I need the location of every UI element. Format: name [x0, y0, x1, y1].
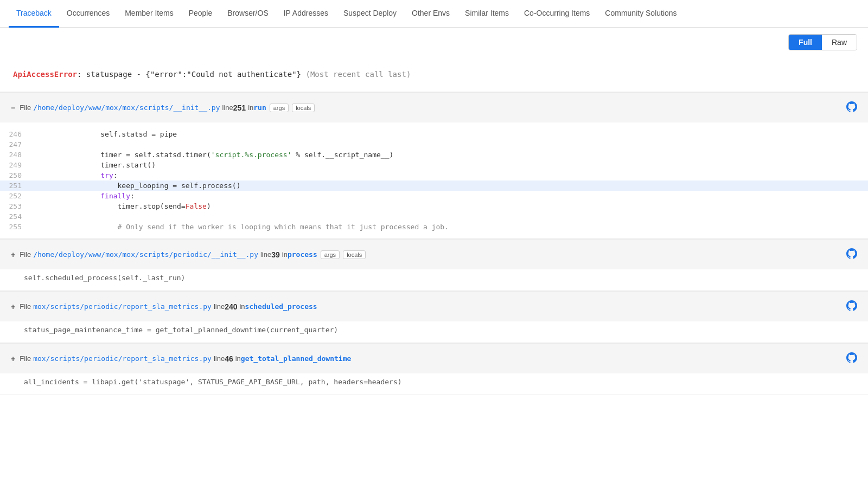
frame-github-icon-0[interactable] — [846, 101, 857, 114]
line-number-248: 248 — [0, 151, 33, 159]
frame-in-text-3: in — [235, 354, 241, 363]
line-number-249: 249 — [0, 161, 33, 169]
frame-snippet-2: status_page_maintenance_time = get_total… — [0, 321, 868, 343]
code-line-250: 250 try: — [0, 170, 868, 180]
nav-tab-occurrences[interactable]: Occurrences — [59, 0, 117, 28]
frame-func-2: scheduled_process — [245, 302, 317, 311]
code-block-0: 246 self.statsd = pipe247248 timer = sel… — [0, 122, 868, 238]
frame-line-info-2: line — [214, 302, 225, 311]
code-line-253: 253 timer.stop(send=False) — [0, 201, 868, 211]
nav-tab-member-items[interactable]: Member Items — [117, 0, 181, 28]
nav-tab-browser-os[interactable]: Browser/OS — [220, 0, 276, 28]
line-content-255: # Only send if the worker is looping whi… — [33, 223, 449, 231]
frame-header-1[interactable]: +File /home/deploy/www/mox/mox/scripts/p… — [0, 240, 868, 269]
frame-func-3: get_total_planned_downtime — [241, 354, 352, 363]
frame-file-prefix-0: File — [20, 104, 31, 112]
frame-3: +File mox/scripts/periodic/report_sla_me… — [0, 343, 868, 395]
frame-toggle-3[interactable]: + — [11, 354, 15, 363]
frame-line-info-0: line — [222, 104, 233, 112]
nav-tab-co-occurring-items[interactable]: Co-Occurring Items — [516, 0, 597, 28]
frame-line-num-1: 39 — [271, 250, 280, 259]
frame-line-num-0: 251 — [233, 104, 246, 112]
line-content-246: self.statsd = pipe — [33, 130, 177, 138]
frame-file-link-1[interactable]: /home/deploy/www/mox/mox/scripts/periodi… — [33, 250, 258, 259]
nav-tab-similar-items[interactable]: Similar Items — [457, 0, 516, 28]
frame-github-icon-3[interactable] — [846, 352, 857, 365]
frame-badge-locals-1[interactable]: locals — [343, 250, 366, 259]
line-content-251: keep_looping = self.process() — [33, 182, 241, 190]
frame-file-prefix-3: File — [20, 354, 31, 363]
frame-in-text-2: in — [239, 302, 245, 311]
frame-toggle-1[interactable]: + — [11, 250, 15, 259]
frame-file-link-2[interactable]: mox/scripts/periodic/report_sla_metrics.… — [33, 302, 212, 311]
frame-toggle-2[interactable]: + — [11, 302, 15, 311]
code-line-246: 246 self.statsd = pipe — [0, 129, 868, 139]
frame-header-2[interactable]: +File mox/scripts/periodic/report_sla_me… — [0, 292, 868, 321]
nav-tab-people[interactable]: People — [181, 0, 220, 28]
line-number-246: 246 — [0, 130, 33, 138]
line-number-247: 247 — [0, 140, 33, 149]
code-line-247: 247 — [0, 139, 868, 150]
line-content-248: timer = self.statsd.timer('script.%s.pro… — [33, 151, 393, 159]
frame-header-3[interactable]: +File mox/scripts/periodic/report_sla_me… — [0, 344, 868, 373]
frame-toggle-0[interactable]: − — [11, 104, 15, 112]
frame-file-link-0[interactable]: /home/deploy/www/mox/mox/scripts/__init_… — [33, 104, 220, 112]
line-content-252: finally: — [33, 192, 135, 200]
line-number-253: 253 — [0, 202, 33, 210]
frame-file-prefix-2: File — [20, 302, 31, 311]
error-separator: : statuspage - {"error":"Could not authe… — [77, 70, 301, 79]
nav-tab-community-solutions[interactable]: Community Solutions — [597, 0, 684, 28]
frame-func-0: run — [253, 104, 266, 112]
code-line-249: 249 timer.start() — [0, 160, 868, 170]
nav-tab-traceback[interactable]: Traceback — [9, 0, 59, 28]
frame-line-num-2: 240 — [225, 302, 237, 311]
frame-1: +File /home/deploy/www/mox/mox/scripts/p… — [0, 239, 868, 291]
error-type: ApiAccessError — [13, 70, 77, 79]
frame-badge-args-0[interactable]: args — [270, 104, 289, 112]
full-button[interactable]: Full — [789, 35, 822, 50]
frame-in-text-0: in — [248, 104, 253, 112]
code-line-251: 251 keep_looping = self.process() — [0, 180, 868, 191]
nav-tab-suspect-deploy[interactable]: Suspect Deploy — [336, 0, 404, 28]
frame-github-icon-2[interactable] — [846, 300, 857, 313]
line-content-250: try: — [33, 171, 118, 179]
nav-tabs: TracebackOccurrencesMember ItemsPeopleBr… — [0, 0, 868, 28]
code-line-255: 255 # Only send if the worker is looping… — [0, 222, 868, 232]
frame-snippet-1: self.scheduled_process(self._last_run) — [0, 269, 868, 291]
line-number-255: 255 — [0, 223, 33, 231]
code-line-252: 252 finally: — [0, 191, 868, 201]
line-content-249: timer.start() — [33, 161, 156, 169]
line-number-254: 254 — [0, 212, 33, 221]
frame-0: −File /home/deploy/www/mox/mox/scripts/_… — [0, 92, 868, 238]
error-hint: (Most recent call last) — [305, 70, 411, 79]
frame-badge-locals-0[interactable]: locals — [292, 104, 315, 112]
code-line-254: 254 — [0, 211, 868, 222]
frame-line-info-3: line — [214, 354, 225, 363]
code-line-248: 248 timer = self.statsd.timer('script.%s… — [0, 150, 868, 160]
line-number-250: 250 — [0, 171, 33, 179]
line-number-252: 252 — [0, 192, 33, 200]
frames-container: −File /home/deploy/www/mox/mox/scripts/_… — [0, 92, 868, 395]
frame-2: +File mox/scripts/periodic/report_sla_me… — [0, 291, 868, 343]
frame-file-prefix-1: File — [20, 250, 31, 259]
frame-file-link-3[interactable]: mox/scripts/periodic/report_sla_metrics.… — [33, 354, 212, 363]
frame-header-0[interactable]: −File /home/deploy/www/mox/mox/scripts/_… — [0, 93, 868, 122]
line-content-253: timer.stop(send=False) — [33, 202, 211, 210]
frame-badge-args-1[interactable]: args — [321, 250, 340, 259]
nav-tab-other-envs[interactable]: Other Envs — [404, 0, 457, 28]
frame-line-info-1: line — [260, 250, 271, 259]
error-line: ApiAccessError: statuspage - {"error":"C… — [13, 70, 855, 79]
nav-tab-ip-addresses[interactable]: IP Addresses — [276, 0, 336, 28]
frame-in-text-1: in — [282, 250, 288, 259]
frame-github-icon-1[interactable] — [846, 248, 857, 261]
frame-snippet-3: all_incidents = libapi.get('statuspage',… — [0, 373, 868, 395]
error-block: ApiAccessError: statuspage - {"error":"C… — [0, 57, 868, 92]
frame-line-num-3: 46 — [225, 354, 233, 363]
line-number-251: 251 — [0, 182, 33, 190]
frame-func-1: process — [288, 250, 317, 259]
toolbar: Full Raw — [0, 28, 868, 57]
view-toggle: Full Raw — [788, 34, 857, 50]
raw-button[interactable]: Raw — [822, 35, 857, 50]
